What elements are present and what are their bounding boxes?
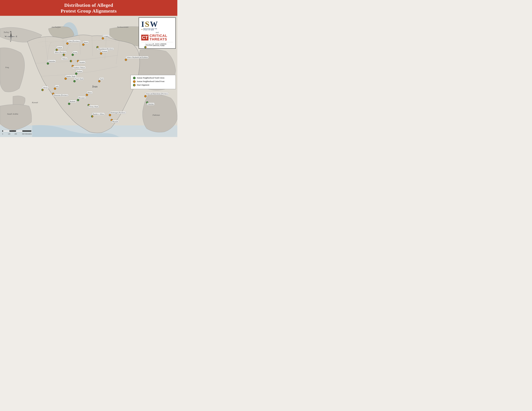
scale-500: 500 Kilometers <box>22 133 32 135</box>
svg-point-8 <box>10 36 11 37</box>
isw-s-letter: S <box>145 20 149 28</box>
isw-star-icon: ★ <box>141 28 143 30</box>
ct-box: CT <box>141 35 149 40</box>
compass-w: W <box>5 35 7 38</box>
marker-Mashhad: Mashhad <box>144 46 147 48</box>
marker-Gorgan: Gorgan <box>102 37 104 39</box>
marker-Alborz: Alborz (Province) <box>63 54 65 56</box>
marker-Khuzestan: Khuzestan (Province) <box>52 93 54 95</box>
marker-Varamin: Varamin <box>77 60 79 62</box>
marker-Kashan: Kashan <box>75 73 77 75</box>
scale-bar: 0 125 250 500 Kilometers <box>2 129 32 135</box>
marker-Ahvaz: Ahvaz <box>41 89 44 91</box>
scale-250: 250 <box>15 133 17 135</box>
marker-Tehran: Tehran <box>70 60 72 62</box>
marker-FirouzAbad: Firouz Abad <box>87 104 90 106</box>
svg-rect-13 <box>22 131 31 132</box>
svg-rect-11 <box>10 131 16 132</box>
svg-rect-12 <box>16 131 22 132</box>
marker-Izeh: Izeh <box>54 87 56 90</box>
marker-Karaj: Karaj <box>72 54 74 56</box>
ct-critical-text: CRITICAL <box>150 34 167 37</box>
ct-threats-text: THREATS <box>150 37 167 41</box>
legend-dot-orange <box>133 80 136 83</box>
compass-n: N <box>10 31 11 33</box>
marker-Mazandaran: Mazandaran (Province) <box>96 46 99 48</box>
svg-marker-7 <box>6 36 11 37</box>
page-title: Distribution of Alleged Protest Group Al… <box>3 2 174 14</box>
legend-dot-green <box>133 77 136 79</box>
legend-item-dual: Dual Alignment <box>133 84 173 86</box>
legend-item-front: Iranian Neighborhood United Front <box>133 80 173 83</box>
marker-NajafAbad: Najaf Abad <box>73 80 76 82</box>
map-container: Turkey Azerbaijan Turkmenistan Iraq Iran… <box>0 16 177 137</box>
marker-Zanjan: Zanjan <box>56 49 58 51</box>
scale-0: 0 <box>2 133 3 135</box>
marker-Hamedan: Hamedan <box>47 62 49 65</box>
marker-Zahedan: Zahedan <box>146 101 148 104</box>
isw-study-text: STUDY OF WAR <box>143 29 157 30</box>
compass-e: E <box>16 35 17 38</box>
svg-rect-10 <box>3 131 10 132</box>
jack-london-text: THE DR. JACK LONDON GEOSPATIAL FUND <box>141 42 173 47</box>
marker-Yazd: Yazd <box>98 80 100 82</box>
isw-w-letter: W <box>150 20 158 28</box>
marker-Bushehr: Bushehr <box>68 103 70 105</box>
marker-SouthernTehran: Southern Tehran <box>72 65 74 67</box>
marker-Shiraz: Shiraz <box>86 94 88 96</box>
scale-125: 125 <box>8 133 10 135</box>
marker-BandarAbbas: Bandar-e Abbas <box>91 115 93 118</box>
marker-Meynab: Meynab <box>111 119 113 121</box>
compass-s: S <box>10 40 11 43</box>
legend-item-youth: Iranian Neighborhood Youth Union <box>133 77 173 79</box>
title-bar: Distribution of Alleged Protest Group Al… <box>0 0 177 16</box>
svg-marker-6 <box>11 36 16 37</box>
marker-Gilan: Gilan (Province) <box>66 42 68 45</box>
and-divider: and <box>141 31 173 33</box>
marker-Semnan: Semnan <box>100 52 102 55</box>
marker-Hormozgan: Hormozgan (Province) <box>109 114 111 116</box>
isw-logo-box: I S W ★ INSTITUTE FOR THE STUDY OF WAR a… <box>139 17 176 49</box>
marker-Sistan: Sistan and Baluchistan (Province) <box>144 95 147 97</box>
isw-i-letter: I <box>141 20 144 28</box>
marker-Babol: Babol <box>82 44 85 46</box>
marker-ShahinShahr: Shahin Shahr <box>65 77 67 80</box>
svg-rect-9 <box>2 131 3 132</box>
legend-dot-dual <box>133 84 136 86</box>
isw-institute-text: INSTITUTE FOR THE <box>143 28 157 29</box>
legend-box: Iranian Neighborhood Youth Union Iranian… <box>131 75 176 89</box>
compass: N S E W <box>5 31 17 42</box>
marker-Torbat: Torbat-e Heydarieh and Kashmar <box>125 59 127 61</box>
marker-Borazjan: Borazjan <box>77 99 79 101</box>
